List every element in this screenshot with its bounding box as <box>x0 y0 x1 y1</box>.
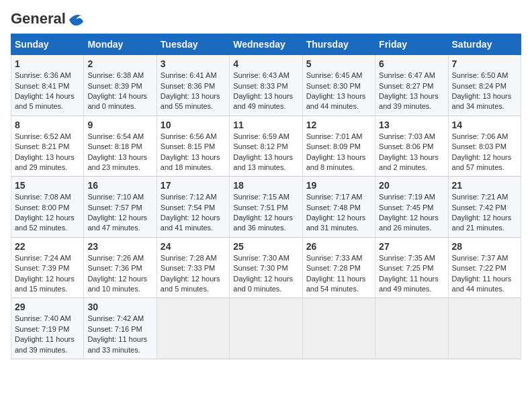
calendar-cell: 5Sunrise: 6:45 AMSunset: 8:30 PMDaylight… <box>302 55 375 116</box>
logo-line1: General <box>11 10 66 27</box>
cell-info: Sunrise: 6:56 AMSunset: 8:15 PMDaylight:… <box>161 132 226 173</box>
logo: General <box>11 11 86 28</box>
calendar-cell: 17Sunrise: 7:12 AMSunset: 7:54 PMDayligh… <box>157 177 229 238</box>
calendar-cell: 22Sunrise: 7:24 AMSunset: 7:39 PMDayligh… <box>11 237 84 298</box>
day-number: 7 <box>452 58 517 69</box>
cell-info: Sunrise: 6:52 AMSunset: 8:21 PMDaylight:… <box>15 132 80 173</box>
calendar-header-row: SundayMondayTuesdayWednesdayThursdayFrid… <box>11 34 521 55</box>
cell-info: Sunrise: 6:45 AMSunset: 8:30 PMDaylight:… <box>306 71 371 112</box>
calendar-cell: 4Sunrise: 6:43 AMSunset: 8:33 PMDaylight… <box>230 55 302 116</box>
cell-info: Sunrise: 6:59 AMSunset: 8:12 PMDaylight:… <box>233 132 298 173</box>
day-number: 12 <box>306 120 371 130</box>
cell-info: Sunrise: 7:17 AMSunset: 7:48 PMDaylight:… <box>306 192 371 234</box>
header-tuesday: Tuesday <box>157 34 229 55</box>
calendar-cell <box>375 298 448 359</box>
day-number: 8 <box>15 120 80 130</box>
day-number: 15 <box>15 180 80 191</box>
calendar-week-row: 29Sunrise: 7:40 AMSunset: 7:19 PMDayligh… <box>11 298 521 359</box>
calendar-cell: 10Sunrise: 6:56 AMSunset: 8:15 PMDayligh… <box>157 116 229 177</box>
calendar-cell <box>230 298 302 359</box>
calendar-cell: 20Sunrise: 7:19 AMSunset: 7:45 PMDayligh… <box>375 177 448 238</box>
calendar-cell: 11Sunrise: 6:59 AMSunset: 8:12 PMDayligh… <box>230 116 302 177</box>
calendar-cell <box>448 298 521 359</box>
calendar-cell: 15Sunrise: 7:08 AMSunset: 8:00 PMDayligh… <box>11 177 84 238</box>
day-number: 6 <box>379 58 444 69</box>
day-number: 29 <box>15 302 80 312</box>
day-number: 25 <box>233 241 298 252</box>
cell-info: Sunrise: 7:42 AMSunset: 7:16 PMDaylight:… <box>87 314 152 355</box>
calendar-cell: 12Sunrise: 7:01 AMSunset: 8:09 PMDayligh… <box>302 116 375 177</box>
cell-info: Sunrise: 6:38 AMSunset: 8:39 PMDaylight:… <box>87 71 152 112</box>
day-number: 16 <box>87 180 152 191</box>
cell-info: Sunrise: 7:19 AMSunset: 7:45 PMDaylight:… <box>379 192 444 234</box>
cell-info: Sunrise: 7:37 AMSunset: 7:22 PMDaylight:… <box>452 253 517 295</box>
cell-info: Sunrise: 7:10 AMSunset: 7:57 PMDaylight:… <box>87 192 152 234</box>
day-number: 5 <box>306 58 371 69</box>
calendar-cell: 2Sunrise: 6:38 AMSunset: 8:39 PMDaylight… <box>84 55 157 116</box>
calendar-cell: 1Sunrise: 6:36 AMSunset: 8:41 PMDaylight… <box>11 55 84 116</box>
day-number: 10 <box>161 120 226 130</box>
day-number: 11 <box>233 120 298 130</box>
day-number: 13 <box>379 120 444 130</box>
calendar-cell: 28Sunrise: 7:37 AMSunset: 7:22 PMDayligh… <box>448 237 521 298</box>
day-number: 22 <box>15 241 80 252</box>
cell-info: Sunrise: 7:15 AMSunset: 7:51 PMDaylight:… <box>233 192 298 234</box>
header-monday: Monday <box>84 34 157 55</box>
cell-info: Sunrise: 6:43 AMSunset: 8:33 PMDaylight:… <box>233 71 298 112</box>
cell-info: Sunrise: 7:30 AMSunset: 7:30 PMDaylight:… <box>233 253 298 295</box>
cell-info: Sunrise: 6:36 AMSunset: 8:41 PMDaylight:… <box>15 71 80 112</box>
cell-info: Sunrise: 7:33 AMSunset: 7:28 PMDaylight:… <box>306 253 371 295</box>
cell-info: Sunrise: 6:54 AMSunset: 8:18 PMDaylight:… <box>87 132 152 173</box>
calendar-cell: 14Sunrise: 7:06 AMSunset: 8:03 PMDayligh… <box>448 116 521 177</box>
cell-info: Sunrise: 7:08 AMSunset: 8:00 PMDaylight:… <box>15 192 80 234</box>
calendar-week-row: 8Sunrise: 6:52 AMSunset: 8:21 PMDaylight… <box>11 116 521 177</box>
header-thursday: Thursday <box>302 34 375 55</box>
day-number: 20 <box>379 180 444 191</box>
cell-info: Sunrise: 7:12 AMSunset: 7:54 PMDaylight:… <box>161 192 226 234</box>
day-number: 24 <box>161 241 226 252</box>
day-number: 3 <box>161 58 226 69</box>
calendar-cell: 24Sunrise: 7:28 AMSunset: 7:33 PMDayligh… <box>157 237 229 298</box>
calendar-cell: 19Sunrise: 7:17 AMSunset: 7:48 PMDayligh… <box>302 177 375 238</box>
header-wednesday: Wednesday <box>230 34 302 55</box>
header-friday: Friday <box>375 34 448 55</box>
cell-info: Sunrise: 7:35 AMSunset: 7:25 PMDaylight:… <box>379 253 444 295</box>
calendar-cell: 3Sunrise: 6:41 AMSunset: 8:36 PMDaylight… <box>157 55 229 116</box>
calendar-cell: 6Sunrise: 6:47 AMSunset: 8:27 PMDaylight… <box>375 55 448 116</box>
cell-info: Sunrise: 7:03 AMSunset: 8:06 PMDaylight:… <box>379 132 444 173</box>
calendar-cell <box>302 298 375 359</box>
calendar-cell: 7Sunrise: 6:50 AMSunset: 8:24 PMDaylight… <box>448 55 521 116</box>
day-number: 28 <box>452 241 517 252</box>
calendar-cell: 30Sunrise: 7:42 AMSunset: 7:16 PMDayligh… <box>84 298 157 359</box>
cell-info: Sunrise: 6:47 AMSunset: 8:27 PMDaylight:… <box>379 71 444 112</box>
calendar-cell: 21Sunrise: 7:21 AMSunset: 7:42 PMDayligh… <box>448 177 521 238</box>
calendar-cell: 25Sunrise: 7:30 AMSunset: 7:30 PMDayligh… <box>230 237 302 298</box>
day-number: 14 <box>452 120 517 130</box>
page-header: General <box>11 11 521 28</box>
cell-info: Sunrise: 7:40 AMSunset: 7:19 PMDaylight:… <box>15 314 80 355</box>
cell-info: Sunrise: 7:06 AMSunset: 8:03 PMDaylight:… <box>452 132 517 173</box>
calendar-week-row: 1Sunrise: 6:36 AMSunset: 8:41 PMDaylight… <box>11 55 521 116</box>
logo-icon <box>67 11 85 28</box>
calendar-table: SundayMondayTuesdayWednesdayThursdayFrid… <box>11 34 521 359</box>
calendar-cell: 29Sunrise: 7:40 AMSunset: 7:19 PMDayligh… <box>11 298 84 359</box>
calendar-cell: 26Sunrise: 7:33 AMSunset: 7:28 PMDayligh… <box>302 237 375 298</box>
cell-info: Sunrise: 7:01 AMSunset: 8:09 PMDaylight:… <box>306 132 371 173</box>
calendar-cell <box>157 298 229 359</box>
calendar-cell: 27Sunrise: 7:35 AMSunset: 7:25 PMDayligh… <box>375 237 448 298</box>
calendar-cell: 23Sunrise: 7:26 AMSunset: 7:36 PMDayligh… <box>84 237 157 298</box>
day-number: 26 <box>306 241 371 252</box>
header-saturday: Saturday <box>448 34 521 55</box>
calendar-cell: 9Sunrise: 6:54 AMSunset: 8:18 PMDaylight… <box>84 116 157 177</box>
day-number: 19 <box>306 180 371 191</box>
calendar-week-row: 15Sunrise: 7:08 AMSunset: 8:00 PMDayligh… <box>11 177 521 238</box>
day-number: 21 <box>452 180 517 191</box>
day-number: 9 <box>87 120 152 130</box>
day-number: 2 <box>87 58 152 69</box>
cell-info: Sunrise: 7:28 AMSunset: 7:33 PMDaylight:… <box>161 253 226 295</box>
cell-info: Sunrise: 7:26 AMSunset: 7:36 PMDaylight:… <box>87 253 152 295</box>
day-number: 4 <box>233 58 298 69</box>
cell-info: Sunrise: 7:24 AMSunset: 7:39 PMDaylight:… <box>15 253 80 295</box>
calendar-cell: 18Sunrise: 7:15 AMSunset: 7:51 PMDayligh… <box>230 177 302 238</box>
day-number: 27 <box>379 241 444 252</box>
